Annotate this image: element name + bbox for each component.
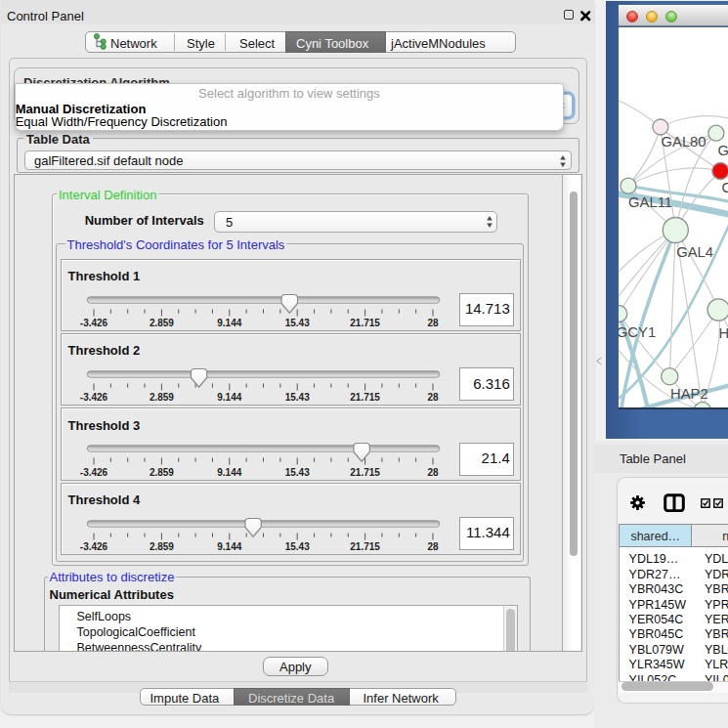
svg-text:GAL80: GAL80 xyxy=(661,134,706,150)
svg-text:H: H xyxy=(718,325,728,341)
svg-text:GCY1: GCY1 xyxy=(619,324,656,340)
svg-text:GAL11: GAL11 xyxy=(628,194,672,210)
svg-text:CY: CY xyxy=(721,180,728,195)
svg-text:HAP2: HAP2 xyxy=(670,386,708,402)
svg-text:GA: GA xyxy=(717,143,728,158)
svg-text:GAL4: GAL4 xyxy=(676,244,713,260)
